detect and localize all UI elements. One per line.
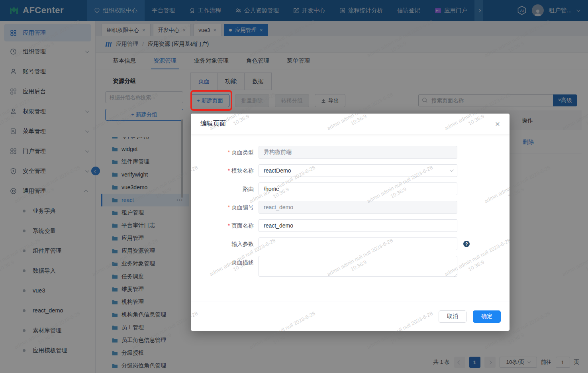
module-name-select[interactable] <box>259 164 457 177</box>
field-label: 模块名称 <box>191 164 254 177</box>
form-row-page-type: 页面类型 <box>191 146 510 159</box>
input-params-input[interactable] <box>259 238 457 250</box>
field-label: 输入参数 <box>191 238 254 250</box>
page-description-textarea[interactable] <box>259 256 457 277</box>
form-row-page-code: 页面编号 <box>191 201 510 214</box>
field-label: 页面名称 <box>191 219 254 232</box>
page-code-input <box>259 201 457 214</box>
cancel-button[interactable]: 取消 <box>439 310 466 323</box>
dialog-body: 页面类型 模块名称 路由 页面编号 页面名称 输入参数 ? <box>191 134 510 278</box>
field-label: 路由 <box>191 183 254 195</box>
dialog-header: 编辑页面 × <box>191 114 510 134</box>
field-label: 页面描述 <box>191 256 254 269</box>
dialog-title: 编辑页面 <box>200 120 226 128</box>
dialog-footer: 取消 确定 <box>191 302 510 331</box>
form-row-page-description: 页面描述 <box>191 256 510 278</box>
field-label: 页面编号 <box>191 201 254 214</box>
help-icon[interactable]: ? <box>463 241 470 247</box>
page-type-input <box>259 146 457 159</box>
edit-page-dialog: 编辑页面 × 页面类型 模块名称 路由 页面编号 页面名称 输入参数 <box>191 114 510 331</box>
confirm-button[interactable]: 确定 <box>473 310 501 323</box>
route-input[interactable] <box>259 183 457 195</box>
page-name-input[interactable] <box>259 219 457 232</box>
field-label: 页面类型 <box>191 146 254 159</box>
form-row-route: 路由 <box>191 183 510 195</box>
form-row-module-name: 模块名称 <box>191 164 510 177</box>
form-row-page-name: 页面名称 <box>191 219 510 232</box>
form-row-input-params: 输入参数 ? <box>191 238 510 250</box>
close-icon[interactable]: × <box>495 120 500 128</box>
